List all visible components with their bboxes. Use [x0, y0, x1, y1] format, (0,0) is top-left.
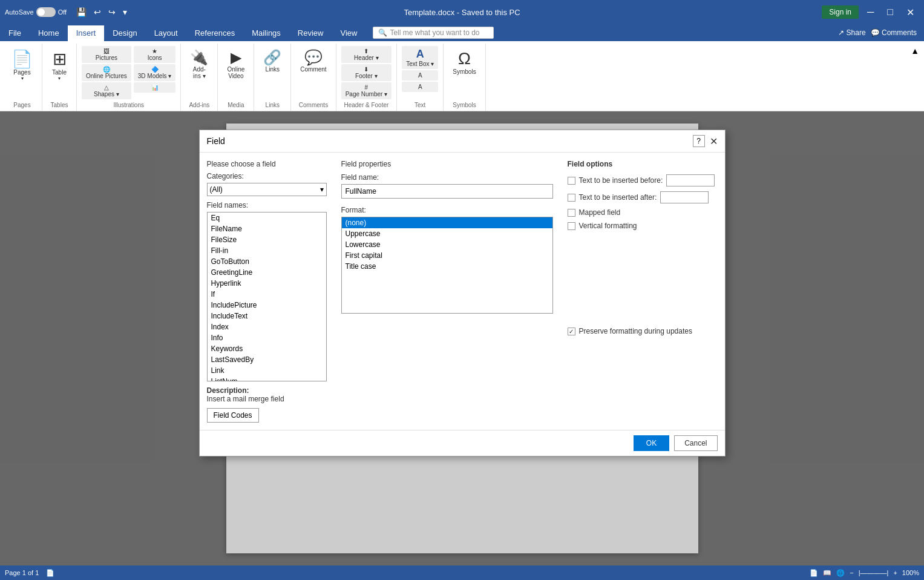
menu-mailings[interactable]: Mailings	[243, 24, 289, 41]
autosave-toggle[interactable]: AutoSave Off	[5, 7, 67, 17]
wordart-icon: A	[418, 72, 422, 79]
comments-group-label: Comments	[299, 99, 328, 108]
menu-references[interactable]: References	[186, 24, 243, 41]
table-button[interactable]: ⊞ Table ▾	[47, 46, 71, 84]
tell-me-bar[interactable]: 🔍 Tell me what you want to do	[373, 27, 494, 39]
links-group-label: Links	[266, 99, 280, 108]
field-item-if[interactable]: If	[208, 289, 326, 300]
properties-label: Field properties	[341, 160, 553, 168]
field-options-label: Field options	[568, 160, 718, 168]
format-none[interactable]: (none)	[342, 217, 552, 228]
ribbon-collapse-button[interactable]: ▲	[911, 46, 919, 56]
menu-view[interactable]: View	[332, 24, 365, 41]
ribbon-group-addins: 🔌 Add-ins ▾ Add-ins	[181, 44, 218, 111]
preserve-checkbox[interactable]	[568, 328, 575, 335]
shapes-button[interactable]: △ Shapes ▾	[82, 82, 131, 99]
zoom-out-icon[interactable]: −	[850, 569, 853, 576]
menu-insert[interactable]: Insert	[68, 24, 105, 41]
dialog-left-panel: Please choose a field Categories: (All) …	[207, 160, 334, 423]
field-item-gotobutton[interactable]: GoToButton	[208, 256, 326, 267]
dialog-cancel-button[interactable]: Cancel	[674, 435, 717, 451]
field-item-includetext[interactable]: IncludeText	[208, 311, 326, 321]
text-before-checkbox[interactable]	[568, 177, 575, 185]
header-footer-group-label: Header & Footer	[344, 99, 388, 108]
links-button[interactable]: 🔗 Links	[259, 46, 286, 76]
menu-layout[interactable]: Layout	[146, 24, 186, 41]
minimize-button[interactable]: ─	[862, 5, 879, 19]
categories-label: Categories:	[207, 172, 327, 180]
mapped-field-checkbox[interactable]	[568, 209, 575, 217]
field-item-includepicture[interactable]: IncludePicture	[208, 300, 326, 311]
share-button[interactable]: ↗ Share	[838, 28, 865, 37]
format-title-case[interactable]: Title case	[342, 261, 552, 272]
page-number-button[interactable]: # Page Number ▾	[341, 82, 392, 99]
header-button[interactable]: ⬆ Header ▾	[341, 46, 392, 63]
format-listbox[interactable]: (none) Uppercase Lowercase First capital…	[341, 217, 553, 314]
field-item-listnum[interactable]: ListNum	[208, 376, 326, 381]
menu-home[interactable]: Home	[30, 24, 68, 41]
dialog-close-button[interactable]: ✕	[710, 136, 718, 147]
menubar: File Home Insert Design Layout Reference…	[0, 24, 924, 41]
zoom-slider[interactable]: |————|	[859, 569, 889, 576]
text-before-input[interactable]	[666, 174, 715, 186]
menu-file[interactable]: File	[0, 24, 30, 41]
restore-button[interactable]: □	[882, 5, 898, 19]
view-read-icon[interactable]: 📖	[823, 569, 831, 577]
field-item-hyperlink[interactable]: Hyperlink	[208, 278, 326, 289]
qat-dropdown[interactable]: ▾	[120, 6, 129, 18]
icons-button[interactable]: ★ Icons	[134, 46, 176, 63]
field-item-index[interactable]: Index	[208, 321, 326, 332]
menu-design[interactable]: Design	[104, 24, 145, 41]
close-button[interactable]: ✕	[902, 5, 919, 19]
wordart-button[interactable]: A	[402, 70, 438, 81]
field-item-lastsavedby[interactable]: LastSavedBy	[208, 354, 326, 365]
field-item-link[interactable]: Link	[208, 365, 326, 376]
online-pictures-button[interactable]: 🌐 Online Pictures	[82, 64, 131, 81]
undo-button[interactable]: ↩	[91, 6, 103, 18]
field-names-listbox[interactable]: Eq FileName FileSize Fill-in GoToButton …	[207, 212, 327, 381]
3d-models-button[interactable]: 🔷 3D Models ▾	[134, 64, 176, 81]
text-after-checkbox[interactable]	[568, 194, 575, 202]
pictures-button[interactable]: 🖼 Pictures	[82, 46, 131, 63]
format-lowercase[interactable]: Lowercase	[342, 239, 552, 250]
field-codes-button[interactable]: Field Codes	[207, 408, 259, 423]
menu-review[interactable]: Review	[289, 24, 332, 41]
links-icon: 🔗	[263, 49, 281, 66]
text-after-input[interactable]	[660, 191, 709, 203]
footer-button[interactable]: ⬇ Footer ▾	[341, 64, 392, 81]
redo-button[interactable]: ↪	[106, 6, 118, 18]
view-normal-icon[interactable]: 📄	[810, 569, 818, 577]
chart-button[interactable]: 📊	[134, 82, 176, 93]
field-item-info[interactable]: Info	[208, 332, 326, 343]
field-item-fillin[interactable]: Fill-in	[208, 245, 326, 256]
view-web-icon[interactable]: 🌐	[836, 569, 845, 577]
dialog-ok-button[interactable]: OK	[634, 435, 669, 451]
zoom-in-icon[interactable]: +	[893, 569, 897, 576]
dropcap-button[interactable]: A	[402, 82, 438, 92]
online-video-button[interactable]: ▶ OnlineVideo	[223, 46, 249, 82]
dialog-help-button[interactable]: ?	[693, 135, 705, 147]
field-item-greetingline[interactable]: GreetingLine	[208, 267, 326, 278]
ribbon-group-header-footer: ⬆ Header ▾ ⬇ Footer ▾ # Page Number ▾ He…	[336, 44, 397, 111]
categories-dropdown[interactable]: (All) ▾	[207, 183, 327, 196]
comment-button[interactable]: 💬 Comment	[296, 46, 330, 76]
comments-button[interactable]: 💬 Comments	[871, 28, 917, 37]
pictures-icon: 🖼	[103, 48, 110, 54]
field-item-filename[interactable]: FileName	[208, 223, 326, 234]
autosave-switch[interactable]	[36, 7, 56, 17]
symbols-button[interactable]: Ω Symbols	[448, 46, 480, 78]
format-uppercase[interactable]: Uppercase	[342, 228, 552, 239]
signin-button[interactable]: Sign in	[822, 5, 859, 19]
save-button[interactable]: 💾	[74, 6, 89, 18]
addins-button[interactable]: 🔌 Add-ins ▾	[186, 46, 212, 82]
format-first-capital[interactable]: First capital	[342, 250, 552, 261]
field-item-eq[interactable]: Eq	[208, 213, 326, 223]
field-item-keywords[interactable]: Keywords	[208, 343, 326, 354]
pages-button[interactable]: 📄 Pages ▾	[7, 46, 37, 84]
tell-me-text: Tell me what you want to do	[390, 28, 479, 37]
textbox-button[interactable]: A Text Box ▾	[402, 46, 438, 69]
field-name-input[interactable]	[341, 184, 553, 199]
field-item-filesize[interactable]: FileSize	[208, 234, 326, 245]
document-title: Template.docx - Saved to this PC	[404, 8, 520, 17]
vertical-formatting-checkbox[interactable]	[568, 222, 575, 230]
